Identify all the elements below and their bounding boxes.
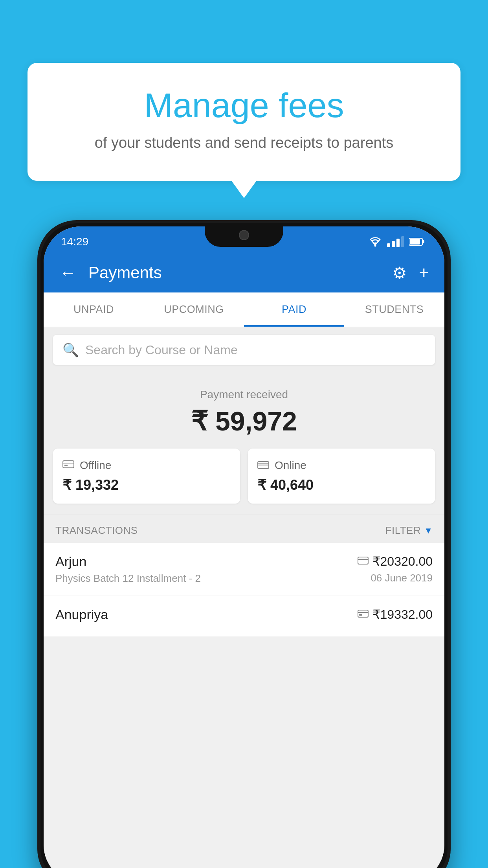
payment-received-label: Payment received [53,388,435,401]
offline-card: Offline ₹ 19,332 [53,449,240,504]
app-bar: ← Payments ⚙ + [44,253,444,292]
online-card-header: Online [257,459,426,472]
filter-label: FILTER [385,524,421,537]
transaction-name: Arjun [55,554,201,569]
search-icon: 🔍 [62,342,79,358]
online-card: Online ₹ 40,640 [248,449,435,504]
offline-icon [62,459,74,472]
signal-icon [387,236,404,247]
svg-rect-12 [358,610,368,617]
transaction-amount: ₹19332.00 [372,607,433,622]
transactions-list: Arjun Physics Batch 12 Installment - 2 [44,543,444,637]
payment-total-amount: ₹ 59,972 [53,406,435,437]
status-time: 14:29 [61,235,88,248]
transactions-header: TRANSACTIONS FILTER ▼ [44,515,444,543]
transaction-detail: Physics Batch 12 Installment - 2 [55,572,201,585]
offline-amount: ₹ 19,332 [62,477,231,493]
app-bar-title: Payments [88,263,380,282]
payment-summary: Payment received ₹ 59,972 [44,373,444,449]
online-icon [257,459,269,472]
tabs-bar: UNPAID UPCOMING PAID STUDENTS [44,292,444,327]
battery-icon [409,237,425,246]
filter-icon: ▼ [424,526,433,536]
transaction-date: 06 June 2019 [371,572,433,584]
tab-upcoming[interactable]: UPCOMING [144,292,244,327]
svg-point-0 [374,245,376,247]
tab-paid[interactable]: PAID [244,292,344,327]
settings-icon[interactable]: ⚙ [392,263,407,283]
speech-bubble-section: Manage fees of your students and send re… [28,63,460,181]
status-icons [368,236,425,247]
offline-card-header: Offline [62,459,231,472]
transaction-amount: ₹20320.00 [372,554,433,569]
table-row[interactable]: Anupriya ₹19332.00 [44,596,444,637]
transaction-right: ₹20320.00 06 June 2019 [358,554,433,584]
filter-section[interactable]: FILTER ▼ [385,524,433,537]
svg-rect-6 [64,465,68,466]
transaction-right: ₹19332.00 [358,607,433,622]
wifi-icon [368,236,382,247]
svg-rect-7 [258,462,269,469]
camera [239,230,249,240]
phone-notch [205,223,283,247]
svg-rect-2 [410,239,420,245]
transaction-amount-row: ₹20320.00 [358,554,433,569]
speech-bubble: Manage fees of your students and send re… [28,63,460,181]
online-amount: ₹ 40,640 [257,477,426,493]
transaction-left: Anupriya [55,607,108,625]
offline-payment-icon [358,609,369,621]
search-placeholder: Search by Course or Name [85,343,238,357]
search-bar[interactable]: 🔍 Search by Course or Name [53,335,435,365]
search-section: 🔍 Search by Course or Name [44,327,444,373]
payment-cards: Offline ₹ 19,332 Online [44,449,444,515]
phone-inner: 14:29 [40,223,448,868]
transaction-left: Arjun Physics Batch 12 Installment - 2 [55,554,201,585]
svg-rect-4 [63,461,74,468]
online-payment-icon [358,555,369,568]
transactions-label: TRANSACTIONS [55,524,138,537]
online-label: Online [275,459,306,472]
svg-rect-10 [358,557,368,564]
table-row[interactable]: Arjun Physics Batch 12 Installment - 2 [44,543,444,596]
tab-students[interactable]: STUDENTS [344,292,444,327]
svg-rect-14 [359,614,362,616]
offline-label: Offline [80,459,111,472]
bubble-title: Manage fees [59,86,429,125]
bubble-subtitle: of your students and send receipts to pa… [59,132,429,153]
app-bar-actions: ⚙ + [392,263,429,283]
phone-screen: 14:29 [44,226,444,868]
svg-rect-3 [423,240,424,243]
transaction-name: Anupriya [55,607,108,622]
phone-frame: 14:29 [37,220,451,868]
back-arrow-icon[interactable]: ← [59,264,77,281]
transaction-amount-row: ₹19332.00 [358,607,433,622]
tab-unpaid[interactable]: UNPAID [44,292,144,327]
add-icon[interactable]: + [419,263,429,282]
